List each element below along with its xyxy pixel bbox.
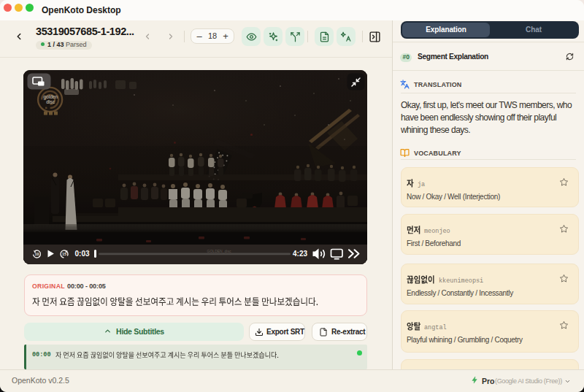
- svg-text:15: 15: [62, 252, 66, 256]
- svg-text:GOLDEN_disc: GOLDEN_disc: [207, 249, 231, 253]
- svg-text:10: 10: [35, 252, 39, 256]
- svg-text:4:23: 4:23: [293, 250, 307, 258]
- svg-text:0:03: 0:03: [74, 250, 89, 258]
